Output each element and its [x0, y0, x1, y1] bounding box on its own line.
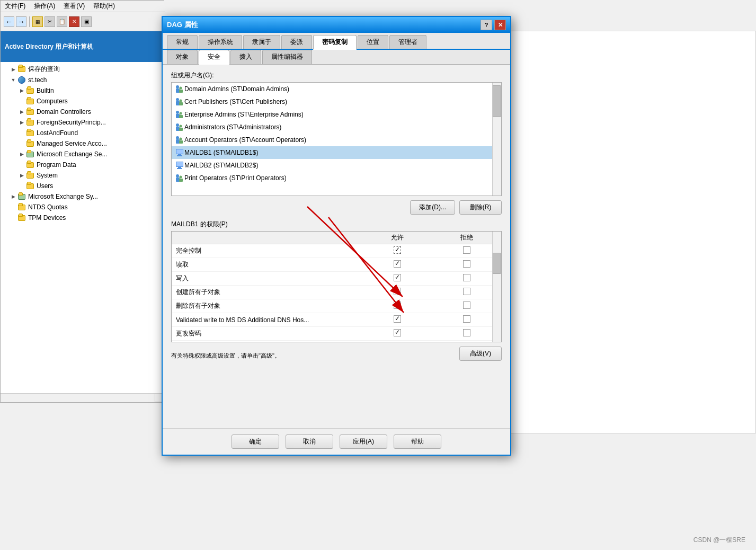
checkbox-allow-write[interactable] — [394, 274, 401, 281]
computer-icon — [175, 148, 184, 157]
folder-icon — [26, 129, 34, 137]
svg-point-29 — [176, 174, 179, 178]
tab-os[interactable]: 操作系统 — [199, 35, 242, 49]
list-item-print-operators[interactable]: Print Operators (ST\Print Operators) — [172, 172, 501, 184]
svg-point-3 — [180, 87, 182, 90]
checkbox-deny-changepw[interactable] — [463, 329, 470, 336]
tree-item-exchange-se[interactable]: ▶ Microsoft Exchange Se... — [1, 149, 154, 159]
advanced-button[interactable]: 高级(V) — [459, 347, 502, 361]
list-item[interactable]: Domain Admins (ST\Domain Admins) — [172, 83, 501, 95]
folder-icon — [17, 65, 26, 74]
perm-deny-full[interactable] — [432, 244, 501, 258]
icon5[interactable]: ▣ — [81, 16, 92, 27]
checkbox-deny-create[interactable] — [463, 288, 470, 295]
remove-button[interactable]: 删除(R) — [459, 200, 502, 215]
tree-item-computers[interactable]: ▶ Computers — [1, 96, 154, 107]
perm-name: 完全控制 — [172, 244, 362, 258]
perm-allow-create[interactable] — [362, 286, 432, 299]
menu-action[interactable]: 操作(A) — [34, 2, 55, 11]
tree-item-users[interactable]: ▶ Users — [1, 181, 154, 191]
perm-deny-changepw[interactable] — [432, 327, 501, 341]
back-button[interactable]: ← — [4, 16, 14, 27]
checkbox-allow-create[interactable] — [394, 288, 401, 295]
menu-help[interactable]: 帮助(H) — [93, 2, 115, 11]
checkbox-deny-validated[interactable] — [463, 315, 470, 323]
user-listbox[interactable]: Domain Admins (ST\Domain Admins) Cert Pu… — [171, 82, 502, 196]
tree-item-domain-controllers[interactable]: ▶ Domain Controllers — [1, 107, 154, 117]
perm-row-full-control: 完全控制 — [172, 244, 501, 258]
checkbox-deny-write[interactable] — [463, 274, 470, 281]
footer-note: 有关特殊权限或高级设置，请单击"高级"。 — [171, 352, 280, 360]
horizontal-scrollbar[interactable] — [1, 393, 155, 402]
perm-deny-validated[interactable] — [432, 313, 501, 327]
perm-allow-read[interactable] — [362, 258, 432, 272]
menu-file[interactable]: 文件(F) — [5, 2, 25, 11]
checkbox-allow-delete[interactable] — [394, 301, 401, 309]
perm-name: 写入 — [172, 272, 362, 286]
tree-item-builtin[interactable]: ▶ Builtin — [1, 85, 154, 96]
icon4[interactable]: ✕ — [69, 16, 79, 27]
checkbox-allow-full[interactable] — [394, 246, 401, 254]
tree-item-saved-queries[interactable]: ▶ 保存的查询 — [1, 64, 154, 75]
perm-allow-changepw[interactable] — [362, 327, 432, 341]
list-item[interactable]: Administrators (ST\Administrators) — [172, 121, 501, 134]
cancel-button[interactable]: 取消 — [286, 434, 333, 449]
table-scrollbar[interactable] — [492, 232, 501, 342]
tree-item-exchange-sy[interactable]: ▶ Microsoft Exchange Sy... — [1, 191, 154, 202]
tab-object[interactable]: 对象 — [167, 50, 198, 64]
add-button[interactable]: 添加(D)... — [410, 200, 455, 215]
icon2[interactable]: ✂ — [45, 16, 55, 27]
svg-rect-30 — [179, 179, 183, 182]
tab-attribute-editor[interactable]: 属性编辑器 — [262, 50, 312, 64]
checkbox-deny-read[interactable] — [463, 260, 470, 268]
perm-row-write: 写入 — [172, 272, 501, 286]
tree-item-program-data[interactable]: ▶ Program Data — [1, 159, 154, 170]
perm-deny-write[interactable] — [432, 272, 501, 286]
checkbox-allow-validated[interactable] — [394, 315, 401, 323]
perm-deny-create[interactable] — [432, 286, 501, 299]
tree-item-ntds-quotas[interactable]: ▶ NTDS Quotas — [1, 202, 154, 212]
menu-view[interactable]: 查看(V) — [64, 2, 85, 11]
svg-rect-21 — [176, 149, 183, 154]
forward-button[interactable]: → — [16, 16, 26, 27]
tree-item-lostandfound[interactable]: ▶ LostAndFound — [1, 128, 154, 138]
icon1[interactable]: ▦ — [32, 16, 43, 27]
close-button[interactable]: ✕ — [494, 20, 506, 30]
tab-location[interactable]: 位置 — [358, 35, 388, 49]
tab-delegation[interactable]: 委派 — [281, 35, 312, 49]
svg-rect-6 — [179, 102, 183, 105]
list-item[interactable]: Cert Publishers (ST\Cert Publishers) — [172, 95, 501, 108]
ok-button[interactable]: 确定 — [232, 434, 279, 449]
perm-deny-delete[interactable] — [432, 299, 501, 313]
tab-password-rep[interactable]: 密码复制 — [313, 35, 357, 50]
checkbox-allow-changepw[interactable] — [394, 329, 401, 336]
tab-manager[interactable]: 管理者 — [389, 35, 426, 49]
perm-allow-write[interactable] — [362, 272, 432, 286]
tree-item-foreignsecurity[interactable]: ▶ ForeignSecurityPrincip... — [1, 117, 154, 128]
group-icon — [175, 97, 184, 107]
tree-item-sttech[interactable]: ▼ st.tech — [1, 75, 154, 85]
list-item[interactable]: Enterprise Admins (ST\Enterprise Admins) — [172, 108, 501, 121]
icon3[interactable]: 📋 — [57, 16, 67, 27]
list-item-maildb2[interactable]: MAILDB2 (ST\MAILDB2$) — [172, 159, 501, 172]
perm-allow-full[interactable] — [362, 244, 432, 258]
tree-item-tpm-devices[interactable]: ▶ TPM Devices — [1, 212, 154, 223]
tree-item-system[interactable]: ▶ System — [1, 170, 154, 181]
help-title-button[interactable]: ? — [481, 20, 492, 30]
tree-item-managed-service[interactable]: ▶ Managed Service Acco... — [1, 138, 154, 149]
checkbox-deny-delete[interactable] — [463, 301, 470, 309]
checkbox-allow-read[interactable] — [394, 260, 401, 268]
help-button[interactable]: 帮助 — [394, 434, 441, 449]
tab-member-of[interactable]: 隶属于 — [243, 35, 280, 49]
tab-general[interactable]: 常规 — [167, 35, 198, 49]
perm-allow-validated[interactable] — [362, 313, 432, 327]
checkbox-deny-full[interactable] — [463, 246, 470, 254]
tab-dialin[interactable]: 拨入 — [230, 50, 261, 64]
listbox-scrollbar[interactable] — [492, 83, 501, 196]
apply-button[interactable]: 应用(A) — [340, 434, 387, 449]
perm-deny-read[interactable] — [432, 258, 501, 272]
perm-allow-delete[interactable] — [362, 299, 432, 313]
list-item-maildb1[interactable]: MAILDB1 (ST\MAILDB1$) — [172, 146, 501, 159]
tab-security[interactable]: 安全 — [199, 50, 229, 65]
list-item[interactable]: Account Operators (ST\Account Operators) — [172, 134, 501, 146]
